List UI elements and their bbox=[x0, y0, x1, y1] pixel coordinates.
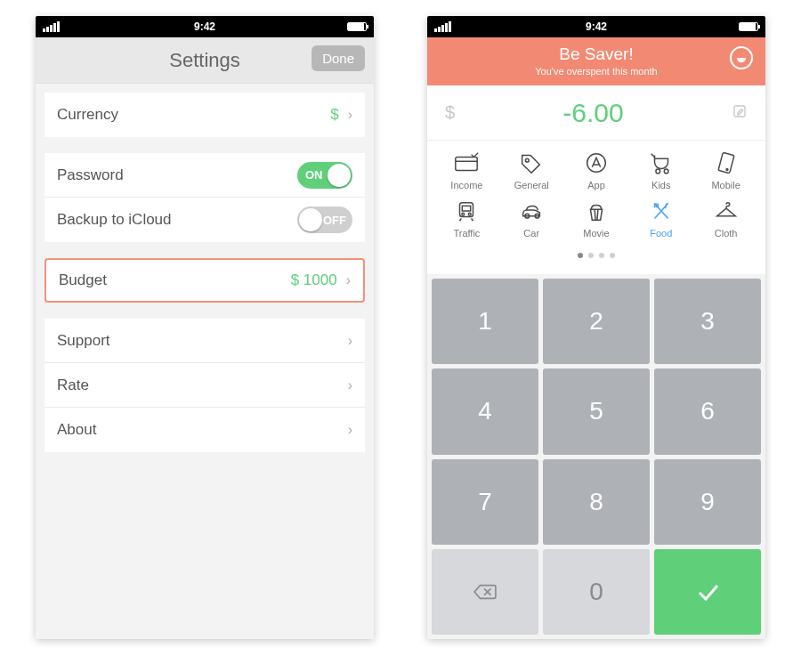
category-label: Food bbox=[650, 228, 672, 239]
done-button[interactable]: Done bbox=[312, 45, 365, 71]
category-food[interactable]: Food bbox=[628, 198, 693, 239]
key-3[interactable]: 3 bbox=[654, 279, 761, 364]
category-general[interactable]: General bbox=[499, 150, 564, 190]
budget-value: $ 1000 bbox=[291, 271, 337, 289]
chevron-right-icon: › bbox=[346, 272, 351, 288]
category-income[interactable]: Income bbox=[434, 150, 499, 190]
food-icon bbox=[647, 198, 676, 224]
category-kids[interactable]: Kids bbox=[628, 150, 693, 190]
settings-body: Currency $ › Password ON Backup to iClou… bbox=[36, 84, 374, 639]
svg-line-16 bbox=[597, 209, 598, 220]
key-9[interactable]: 9 bbox=[654, 459, 761, 545]
category-movie[interactable]: Movie bbox=[564, 198, 629, 239]
category-app[interactable]: App bbox=[564, 150, 629, 190]
budget-label: Budget bbox=[59, 271, 107, 289]
svg-rect-1 bbox=[456, 157, 477, 170]
chevron-right-icon: › bbox=[348, 422, 352, 438]
svg-point-6 bbox=[664, 169, 668, 174]
status-time: 9:42 bbox=[586, 20, 607, 33]
status-time: 9:42 bbox=[194, 20, 215, 33]
key-7[interactable]: 7 bbox=[432, 459, 538, 545]
category-mobile[interactable]: Mobile bbox=[693, 150, 758, 190]
category-label: Car bbox=[523, 228, 539, 239]
page-indicator[interactable] bbox=[434, 239, 758, 271]
category-label: Kids bbox=[651, 180, 670, 190]
key-backspace[interactable] bbox=[432, 549, 538, 635]
toggle-off-label: OFF bbox=[323, 214, 346, 227]
popcorn-icon bbox=[582, 198, 611, 224]
currency-symbol: $ bbox=[445, 102, 455, 123]
category-label: Cloth bbox=[715, 228, 738, 239]
key-4[interactable]: 4 bbox=[432, 368, 538, 454]
edit-note-button[interactable] bbox=[732, 103, 748, 123]
key-2[interactable]: 2 bbox=[543, 279, 650, 364]
chevron-right-icon: › bbox=[348, 107, 352, 123]
password-toggle[interactable]: ON bbox=[297, 162, 352, 189]
stroller-icon bbox=[647, 150, 676, 176]
pie-chart-icon bbox=[735, 52, 748, 64]
currency-row[interactable]: Currency $ › bbox=[44, 93, 365, 137]
support-label: Support bbox=[57, 332, 110, 350]
svg-point-5 bbox=[656, 169, 660, 174]
currency-label: Currency bbox=[57, 106, 118, 124]
backup-label: Backup to iCloud bbox=[57, 211, 172, 229]
key-confirm[interactable] bbox=[654, 549, 761, 635]
support-row[interactable]: Support › bbox=[44, 319, 365, 363]
page-title: Settings bbox=[169, 49, 240, 72]
svg-line-15 bbox=[595, 209, 595, 220]
category-label: General bbox=[514, 180, 549, 190]
backspace-icon bbox=[472, 582, 498, 602]
about-row[interactable]: About › bbox=[44, 408, 365, 452]
chart-button[interactable] bbox=[730, 46, 753, 69]
rate-row[interactable]: Rate › bbox=[44, 363, 365, 408]
category-traffic[interactable]: Traffic bbox=[434, 198, 499, 239]
category-label: Mobile bbox=[711, 180, 740, 190]
svg-point-12 bbox=[469, 213, 472, 215]
battery-icon bbox=[739, 22, 758, 31]
amount-value: -6.00 bbox=[562, 98, 623, 128]
backup-row[interactable]: Backup to iCloud OFF bbox=[44, 198, 365, 242]
check-icon bbox=[693, 578, 722, 606]
amount-row: $ -6.00 bbox=[427, 85, 765, 141]
battery-icon bbox=[347, 22, 367, 31]
category-cloth[interactable]: Cloth bbox=[693, 198, 758, 239]
key-0[interactable]: 0 bbox=[543, 549, 650, 635]
about-label: About bbox=[57, 421, 96, 439]
key-1[interactable]: 1 bbox=[432, 279, 538, 364]
svg-rect-10 bbox=[463, 206, 471, 211]
hanger-icon bbox=[712, 198, 740, 224]
svg-point-3 bbox=[526, 158, 530, 162]
key-6[interactable]: 6 bbox=[654, 368, 761, 454]
status-bar: 9:42 bbox=[36, 16, 374, 37]
category-grid: Income General App Kids bbox=[434, 150, 758, 239]
category-section: Income General App Kids bbox=[427, 141, 765, 274]
key-5[interactable]: 5 bbox=[543, 368, 650, 454]
category-label: Movie bbox=[583, 228, 609, 239]
signal-icon bbox=[434, 21, 452, 32]
password-label: Password bbox=[57, 166, 124, 184]
entry-header: Be Saver! You've overspent this month bbox=[427, 37, 765, 85]
train-icon bbox=[452, 198, 481, 224]
settings-header: Settings Done bbox=[36, 37, 374, 84]
status-bar: 9:42 bbox=[427, 16, 765, 37]
settings-screen: 9:42 Settings Done Currency $ › Password… bbox=[36, 16, 374, 639]
category-label: Income bbox=[450, 180, 482, 190]
svg-point-11 bbox=[462, 213, 465, 215]
budget-row[interactable]: Budget $ 1000 › bbox=[44, 258, 365, 303]
password-row[interactable]: Password ON bbox=[44, 153, 365, 198]
category-car[interactable]: Car bbox=[499, 198, 564, 239]
header-subtitle: You've overspent this month bbox=[427, 66, 765, 77]
car-icon bbox=[517, 198, 546, 224]
category-label: Traffic bbox=[453, 228, 480, 239]
rate-label: Rate bbox=[57, 376, 89, 394]
key-8[interactable]: 8 bbox=[543, 459, 650, 545]
backup-toggle[interactable]: OFF bbox=[297, 206, 352, 233]
currency-value: $ bbox=[330, 106, 338, 124]
svg-point-8 bbox=[726, 169, 728, 171]
credit-card-icon bbox=[452, 150, 481, 176]
appstore-icon bbox=[582, 150, 611, 176]
phone-icon bbox=[712, 150, 740, 176]
chevron-right-icon: › bbox=[348, 377, 352, 393]
pencil-icon bbox=[732, 103, 748, 119]
toggle-on-label: ON bbox=[305, 168, 323, 182]
